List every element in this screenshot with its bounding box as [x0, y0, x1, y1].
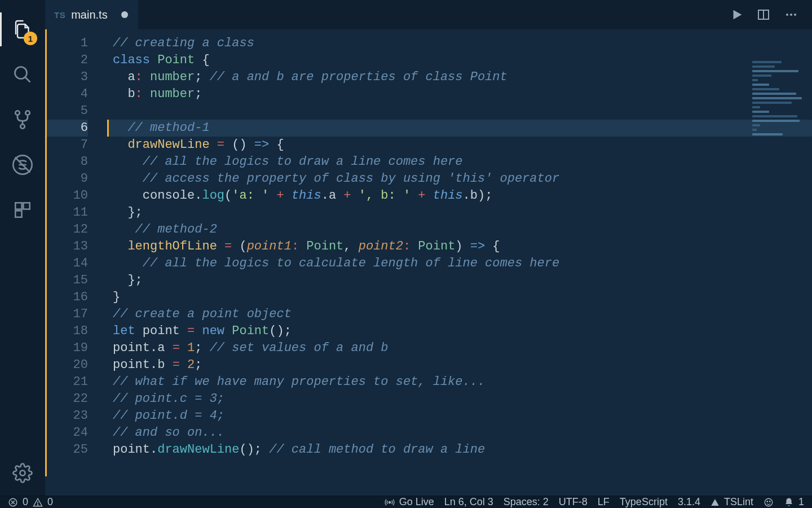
error-circle-icon: [8, 497, 18, 507]
svg-point-23: [767, 501, 768, 502]
status-tslint[interactable]: TSLint: [710, 496, 753, 508]
line-number: 6: [45, 120, 88, 137]
status-feedback[interactable]: [764, 497, 774, 507]
tab-language-badge: TS: [54, 10, 65, 20]
gear-icon: [12, 463, 33, 483]
svg-line-6: [15, 157, 30, 173]
activity-source-control[interactable]: [0, 97, 45, 142]
code-line[interactable]: };: [107, 204, 812, 221]
tab-dirty-indicator-icon: [121, 11, 128, 18]
code-line[interactable]: // what if we have many properties to se…: [107, 374, 812, 391]
line-number: 17: [45, 306, 88, 323]
line-number: 24: [45, 424, 88, 441]
status-ts-version[interactable]: 3.1.4: [678, 496, 700, 508]
svg-rect-7: [15, 203, 21, 209]
tab-main-ts[interactable]: TS main.ts: [45, 0, 139, 29]
status-problems[interactable]: 0 0: [8, 496, 53, 508]
activity-settings[interactable]: [0, 450, 45, 496]
line-number: 8: [45, 154, 88, 170]
code-line[interactable]: // point.d = 4;: [107, 408, 812, 424]
code-line[interactable]: point.a = 1; // set values of a and b: [107, 340, 812, 357]
status-bar: 0 0 Go Live Ln 6, Col 3 Spaces: 2 UTF-8 …: [0, 496, 812, 508]
line-number: 25: [45, 441, 88, 458]
code-line[interactable]: // creating a class: [107, 35, 812, 52]
code-line[interactable]: // and so on...: [107, 424, 812, 441]
svg-point-20: [37, 504, 38, 505]
code-line[interactable]: point.b = 2;: [107, 357, 812, 374]
svg-rect-9: [15, 211, 21, 217]
status-warnings-count: 0: [47, 496, 53, 508]
smiley-icon: [764, 497, 774, 507]
line-number: 20: [45, 357, 88, 374]
line-number: 16: [45, 289, 88, 306]
svg-point-13: [786, 14, 788, 16]
line-number: 22: [45, 391, 88, 408]
status-language-mode[interactable]: TypeScript: [620, 496, 668, 508]
code-line[interactable]: console.log('a: ' + this.a + ', b: ' + t…: [107, 187, 812, 204]
code-line[interactable]: lengthOfLine = (point1: Point, point2: P…: [107, 238, 812, 255]
line-number: 21: [45, 374, 88, 391]
code-line[interactable]: }: [107, 289, 812, 306]
status-eol[interactable]: LF: [598, 496, 610, 508]
text-editor[interactable]: 1234567891011121314151617181920212223242…: [45, 29, 812, 476]
code-line[interactable]: // all the logics to calculate length of…: [107, 255, 812, 272]
line-number: 5: [45, 103, 88, 120]
line-number: 14: [45, 255, 88, 272]
code-line[interactable]: // method-2: [107, 221, 812, 238]
status-golive[interactable]: Go Live: [385, 496, 434, 508]
more-actions-button[interactable]: [784, 8, 798, 21]
code-line[interactable]: // access the property of class by using…: [107, 170, 812, 187]
minimap[interactable]: [752, 61, 809, 151]
ellipsis-icon: [784, 8, 798, 21]
split-editor-button[interactable]: [757, 8, 770, 21]
line-number: 4: [45, 86, 88, 103]
activity-debug[interactable]: [0, 142, 45, 187]
svg-point-22: [765, 498, 773, 506]
no-bug-icon: [11, 154, 34, 176]
line-number: 11: [45, 204, 88, 221]
code-line[interactable]: // create a point object: [107, 306, 812, 323]
status-cursor-position[interactable]: Ln 6, Col 3: [444, 496, 493, 508]
line-number: 1: [45, 35, 88, 52]
line-number-gutter: 1234567891011121314151617181920212223242…: [45, 29, 107, 476]
status-notifications[interactable]: 1: [784, 496, 804, 508]
warning-triangle-icon: [33, 497, 43, 507]
svg-point-14: [790, 14, 792, 16]
activity-explorer[interactable]: 1: [0, 7, 45, 52]
code-line[interactable]: drawNewLine = () => {: [107, 137, 812, 154]
status-encoding[interactable]: UTF-8: [559, 496, 588, 508]
line-number: 2: [45, 52, 88, 69]
svg-point-2: [15, 111, 20, 115]
line-number: 19: [45, 340, 88, 357]
code-line[interactable]: class Point {: [107, 52, 812, 69]
code-content[interactable]: // creating a classclass Point { a: numb…: [107, 29, 812, 476]
git-branch-icon: [12, 110, 33, 130]
svg-line-1: [25, 77, 30, 82]
status-indentation[interactable]: Spaces: 2: [504, 496, 549, 508]
activity-search[interactable]: [0, 52, 45, 97]
code-line[interactable]: a: number; // a and b are properties of …: [107, 69, 812, 86]
broadcast-icon: [385, 497, 395, 507]
activity-bar: 1: [0, 0, 45, 496]
status-notifications-count: 1: [798, 496, 804, 508]
code-line[interactable]: let point = new Point();: [107, 323, 812, 340]
svg-point-3: [25, 111, 30, 115]
svg-point-24: [769, 501, 770, 502]
code-line[interactable]: };: [107, 272, 812, 289]
bell-icon: [784, 497, 794, 507]
code-line[interactable]: // method-1: [107, 120, 812, 137]
warning-triangle-icon: [710, 498, 720, 507]
code-line[interactable]: [107, 103, 812, 120]
code-line[interactable]: b: number;: [107, 86, 812, 103]
svg-point-21: [389, 501, 390, 503]
svg-point-15: [794, 14, 796, 16]
activity-extensions[interactable]: [0, 187, 45, 233]
svg-rect-8: [23, 203, 29, 209]
line-number: 13: [45, 238, 88, 255]
code-line[interactable]: point.drawNewLine(); // call method to d…: [107, 441, 812, 458]
code-line[interactable]: // point.c = 3;: [107, 391, 812, 408]
line-number: 10: [45, 187, 88, 204]
line-number: 18: [45, 323, 88, 340]
run-button[interactable]: [731, 8, 743, 21]
code-line[interactable]: // all the logics to draw a line comes h…: [107, 154, 812, 170]
